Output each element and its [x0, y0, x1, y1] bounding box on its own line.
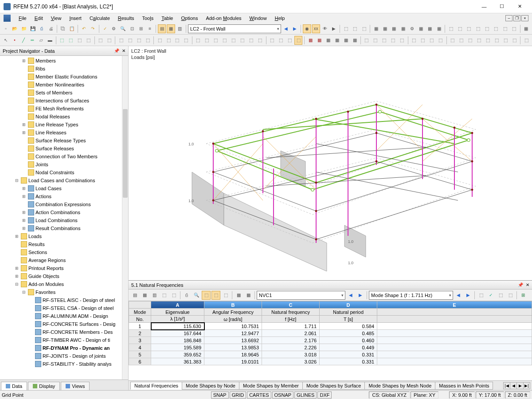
- pt-o-icon[interactable]: ⬚: [496, 291, 505, 300]
- t2b-icon[interactable]: ⬚: [67, 36, 75, 45]
- menu-help[interactable]: Help: [271, 15, 289, 22]
- expand-icon[interactable]: ⊞: [21, 122, 27, 127]
- solid-icon[interactable]: ▬: [46, 36, 54, 45]
- calc-icon[interactable]: ⚙: [110, 24, 118, 33]
- select-icon[interactable]: ↖: [2, 36, 10, 45]
- expand-icon[interactable]: ⊞: [21, 130, 27, 135]
- tree-node[interactable]: Nodal Releases: [0, 113, 128, 121]
- t2f-icon[interactable]: ⬚: [105, 36, 113, 45]
- tool-a-icon[interactable]: ⬚: [342, 24, 350, 33]
- print-icon[interactable]: 🖨: [47, 24, 55, 33]
- cell[interactable]: 186.848: [151, 337, 204, 344]
- menu-window[interactable]: Window: [246, 15, 270, 22]
- t2i-icon[interactable]: ⬚: [135, 36, 143, 45]
- t3p-icon[interactable]: ⬚: [448, 36, 456, 45]
- model-viewport[interactable]: LC2 : Front Wall Loads [psi]: [129, 46, 532, 280]
- t2d-icon[interactable]: ⬚: [85, 36, 93, 45]
- tree-node[interactable]: RF-DYNAM Pro - Dynamic an: [0, 344, 128, 352]
- tree-node[interactable]: ⊟Load Cases and Combinations: [0, 176, 128, 184]
- mdi-close[interactable]: ×: [521, 15, 528, 21]
- tool-g-icon[interactable]: ▦: [399, 24, 407, 33]
- t3m-icon[interactable]: ⬚: [419, 36, 427, 45]
- pt-p-icon[interactable]: ⬚: [506, 291, 515, 300]
- menu-file[interactable]: File: [15, 15, 30, 22]
- col-header[interactable]: B: [204, 301, 262, 309]
- view1-icon[interactable]: ▤: [158, 24, 166, 33]
- row-header[interactable]: 6: [129, 358, 151, 365]
- tool-k-icon[interactable]: ▦: [435, 24, 443, 33]
- t2g-icon[interactable]: ⬚: [117, 36, 125, 45]
- expand-icon[interactable]: ⊞: [21, 226, 27, 231]
- tree-node[interactable]: ⊞Load Cases: [0, 184, 128, 192]
- cell[interactable]: 2.226: [262, 344, 320, 351]
- t2r-icon[interactable]: ⬚: [221, 36, 229, 45]
- t2h-icon[interactable]: ⬚: [126, 36, 134, 45]
- close-button[interactable]: ✕: [511, 0, 528, 13]
- row-header[interactable]: 5: [129, 351, 151, 358]
- cell[interactable]: 18.9645: [204, 351, 262, 358]
- tree-node[interactable]: Sections: [0, 248, 128, 256]
- tree-node[interactable]: Nodal Constraints: [0, 168, 128, 176]
- tool-h-icon[interactable]: ⚙: [408, 24, 416, 33]
- cell[interactable]: 2.176: [262, 337, 320, 344]
- conc-icon[interactable]: ⬚: [456, 24, 464, 33]
- t2q-icon[interactable]: ⬚: [212, 36, 220, 45]
- t2k-icon[interactable]: ⬚: [156, 36, 164, 45]
- t2w-icon[interactable]: ⬚: [268, 36, 276, 45]
- panel-tab[interactable]: Mode Shapes by Surface: [302, 382, 365, 390]
- osnap-toggle[interactable]: OSNAP: [272, 391, 294, 399]
- tree-node[interactable]: ⊞Guide Objects: [0, 272, 128, 280]
- ms-prev-icon[interactable]: ◀: [454, 291, 463, 300]
- view2-icon[interactable]: ▦: [167, 24, 175, 33]
- tree-node[interactable]: Surface Release Types: [0, 137, 128, 145]
- row-header[interactable]: 3: [129, 337, 151, 344]
- grid-icon[interactable]: ⊞: [137, 24, 145, 33]
- tree-node[interactable]: RF-STABILITY - Stability analys: [0, 360, 128, 368]
- t2t-icon[interactable]: ⬚: [239, 36, 246, 45]
- t3t-icon[interactable]: ⬚: [484, 36, 492, 45]
- t3q-icon[interactable]: ⬚: [457, 36, 465, 45]
- expand-icon[interactable]: ⊞: [14, 234, 20, 239]
- t2o-icon[interactable]: ⬚: [194, 36, 202, 45]
- undo-icon[interactable]: ↶: [80, 24, 88, 33]
- col-header[interactable]: A: [151, 301, 204, 309]
- pt-excel-icon[interactable]: ⊞: [519, 291, 528, 300]
- nav-tab-views[interactable]: Views: [61, 382, 90, 390]
- stab-icon[interactable]: ⬚: [492, 24, 500, 33]
- row-header[interactable]: 4: [129, 344, 151, 351]
- eye-icon[interactable]: 👁: [321, 24, 329, 33]
- maximize-button[interactable]: ☐: [493, 0, 511, 13]
- col-header[interactable]: D: [320, 301, 377, 309]
- nav-close-icon[interactable]: ✕: [122, 48, 125, 53]
- pt-d-icon[interactable]: ⬚: [160, 291, 168, 300]
- expand-icon[interactable]: ⊞: [14, 266, 20, 270]
- tree-node[interactable]: RF-TIMBER AWC - Design of ti: [0, 336, 128, 344]
- t3n-icon[interactable]: ⬚: [428, 36, 436, 45]
- nav-tab-data[interactable]: Data: [1, 382, 27, 390]
- mdi-minimize[interactable]: –: [505, 15, 512, 21]
- tree-node[interactable]: ⊞Result Combinations: [0, 224, 128, 232]
- t3d-icon[interactable]: ▦: [333, 36, 341, 45]
- tree-node[interactable]: Intersections of Surfaces: [0, 97, 128, 105]
- open-icon[interactable]: 📂: [11, 24, 19, 33]
- tree-node[interactable]: RF-STEEL AISC - Design of steel: [0, 296, 128, 304]
- pt-i-icon[interactable]: ⬚: [211, 291, 220, 300]
- cell[interactable]: [377, 330, 532, 337]
- cell[interactable]: 13.9853: [204, 344, 262, 351]
- tree-node[interactable]: Ribs: [0, 65, 128, 73]
- tab-next-icon[interactable]: ▶: [516, 382, 524, 389]
- t2m-icon[interactable]: ⬚: [173, 36, 181, 45]
- pt-f-icon[interactable]: ⎙: [182, 291, 191, 300]
- tool-f-icon[interactable]: ▦: [390, 24, 398, 33]
- mdi-restore[interactable]: ❐: [513, 15, 520, 21]
- t2x-icon[interactable]: ⬚: [277, 36, 285, 45]
- new-icon[interactable]: ▫: [2, 24, 10, 33]
- tree-node[interactable]: ⊞Line Releases: [0, 129, 128, 137]
- tool-d-icon[interactable]: ▦: [372, 24, 380, 33]
- expand-icon[interactable]: ⊞: [21, 59, 27, 63]
- t2u-icon[interactable]: ⬚: [247, 36, 255, 45]
- t2l-icon[interactable]: ⬚: [164, 36, 172, 45]
- t3j-icon[interactable]: ⬚: [389, 36, 397, 45]
- pt-m-icon[interactable]: ⬚: [477, 291, 485, 300]
- nav-tree[interactable]: ⊞MembersRibsMember Elastic FoundationsMe…: [0, 56, 128, 379]
